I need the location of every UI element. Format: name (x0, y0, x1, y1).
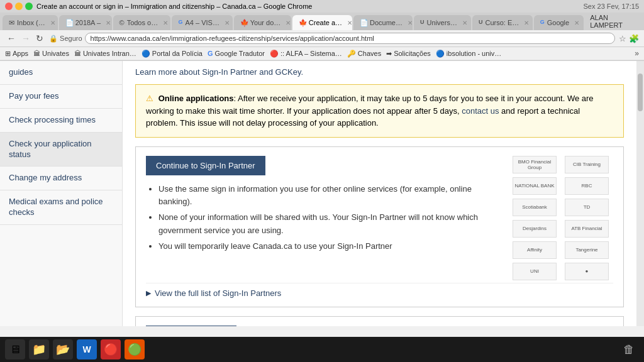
sidebar-item-guides-label: guides (9, 67, 33, 77)
tab-label-univers: Univers… (427, 19, 457, 26)
title-bar: Create an account or sign in – Immigrati… (0, 0, 644, 13)
tab-close-yourdo[interactable]: ✕ (286, 19, 291, 26)
extension-icon[interactable]: 🧩 (629, 34, 639, 43)
logo-rbc: RBC (565, 177, 609, 195)
bookmark-ibsolution[interactable]: 🔵 ibsolution - univ… (436, 50, 501, 58)
apps-icon: ⊞ (5, 50, 11, 58)
bookmark-google-tradutor[interactable]: G Google Tradutor (208, 50, 265, 57)
bookmark-solicitacoes-label: Solicitações (394, 50, 431, 57)
tab-2018a[interactable]: 📄 2018A – ✕ (59, 15, 112, 30)
sidebar-item-processing-times[interactable]: Check processing times (0, 109, 122, 133)
gckey-button[interactable]: Continue to GCKey (146, 326, 236, 327)
alert-bold-text: Online applications (158, 94, 234, 103)
tab-a4[interactable]: G A4 – VIS… ✕ (172, 15, 232, 30)
tab-favicon-2018a: 📄 (65, 19, 73, 26)
tab-create[interactable]: 🍁 Create a… ✕ (292, 15, 352, 30)
logo-desjardins: Desjardins (513, 220, 557, 238)
alfa-icon: 🔴 (270, 50, 279, 58)
tab-curso[interactable]: U Curso: E… ✕ (472, 15, 533, 30)
sidebar-item-pay-fees[interactable]: Pay your fees (0, 85, 122, 109)
tab-close-doc[interactable]: ✕ (408, 19, 413, 26)
tab-todos[interactable]: © Todos o… ✕ (113, 15, 171, 30)
bookmark-solicitacoes[interactable]: ➡ Solicitações (386, 50, 431, 58)
bookmark-google-tradutor-label: Google Tradutor (215, 50, 265, 57)
bookmark-univates[interactable]: 🏛 Univates (33, 50, 69, 57)
univates-intran-icon: 🏛 (74, 50, 81, 57)
logo-national-bank: NATIONAL BANK (513, 177, 557, 195)
logo-scotiabank: Scotiabank (513, 199, 557, 216)
minimize-button[interactable] (15, 3, 23, 10)
learn-more-link[interactable]: Learn more about Sign-In Partner and GCK… (135, 67, 624, 77)
main-content: Learn more about Sign-In Partner and GCK… (123, 61, 636, 326)
tab-close-todos[interactable]: ✕ (163, 19, 168, 26)
tab-close-google[interactable]: ✕ (574, 19, 579, 26)
address-input[interactable] (85, 33, 615, 44)
logo-bmo: BMO Financial Group (513, 156, 557, 173)
tab-close-create[interactable]: ✕ (347, 19, 352, 26)
sidebar-item-medical-exams[interactable]: Medical exams and police checks (0, 190, 122, 225)
tab-close-inbox[interactable]: ✕ (50, 19, 55, 26)
bookmark-chaves-label: Chaves (358, 50, 381, 57)
partners-link-label: View the full list of Sign-In Partners (155, 288, 281, 298)
tab-label-google: Google (547, 19, 569, 26)
signin-partner-list: Use the same sign in information you use… (146, 183, 502, 253)
sidebar-item-application-status[interactable]: Check your application status (0, 133, 122, 167)
refresh-button[interactable]: ↻ (34, 33, 45, 43)
bookmark-alfa[interactable]: 🔴 :: ALFA – Sistema… (270, 50, 342, 58)
tab-doc[interactable]: 📄 Docume… ✕ (353, 15, 413, 30)
bookmark-chaves[interactable]: 🔑 Chaves (347, 50, 381, 58)
bookmark-univates-intran-label: Univates Intran… (83, 50, 136, 57)
scrollbar-thumb[interactable] (638, 74, 643, 111)
chaves-icon: 🔑 (347, 50, 356, 58)
sidebar-item-guides[interactable]: guides (0, 61, 122, 85)
tab-close-a4[interactable]: ✕ (225, 19, 230, 26)
forward-button[interactable]: → (19, 33, 32, 43)
tab-favicon-inbox: ✉ (9, 19, 14, 26)
signin-partner-inner: Continue to Sign-In Partner Use the same… (146, 156, 613, 280)
google-tradutor-icon: G (208, 50, 213, 57)
signin-partner-button[interactable]: Continue to Sign-In Partner (146, 156, 265, 175)
tab-label-curso: Curso: E… (485, 19, 519, 26)
ibsolution-icon: 🔵 (436, 50, 445, 58)
bookmark-portal-policia[interactable]: 🔵 Portal da Polícia (142, 50, 203, 58)
logo-tangerine: Tangerine (565, 241, 609, 259)
more-bookmarks-button[interactable]: » (635, 49, 639, 58)
tab-favicon-create: 🍁 (299, 19, 306, 26)
tab-favicon-curso: U (479, 19, 483, 26)
logo-uni: UNI (513, 263, 557, 280)
tab-favicon-univers: U (420, 19, 425, 26)
tab-google[interactable]: G Google ✕ (534, 15, 584, 30)
tab-inbox[interactable]: ✉ Inbox (… ✕ (3, 15, 58, 30)
window-title: Create an account or sign in – Immigrati… (36, 3, 312, 10)
sidebar-item-change-address[interactable]: Change my address (0, 167, 122, 190)
bookmark-apps[interactable]: ⊞ Apps (5, 50, 28, 58)
univates-icon: 🏛 (33, 50, 40, 57)
close-button[interactable] (5, 3, 13, 10)
bookmark-star-icon[interactable]: ☆ (619, 34, 626, 43)
nav-buttons[interactable]: ← → ↻ (5, 33, 45, 43)
tab-close-curso[interactable]: ✕ (524, 19, 529, 26)
bookmarks-bar: ⊞ Apps 🏛 Univates 🏛 Univates Intran… 🔵 P… (0, 47, 644, 60)
logo-td: TD (565, 199, 609, 216)
chevron-right-icon: ▶ (146, 289, 151, 297)
maximize-button[interactable] (25, 3, 33, 10)
tab-close-univers[interactable]: ✕ (462, 19, 467, 26)
tab-close-2018a[interactable]: ✕ (106, 19, 111, 26)
view-partners-link[interactable]: ▶ View the full list of Sign-In Partners (146, 283, 613, 298)
tab-label-doc: Docume… (370, 19, 402, 26)
tab-yourdo[interactable]: 🍁 Your do… ✕ (234, 15, 291, 30)
tab-label-2018a: 2018A – (75, 19, 101, 26)
bookmark-univates-intran[interactable]: 🏛 Univates Intran… (74, 50, 136, 57)
address-bar: ← → ↻ 🔒 Seguro ☆ 🧩 (0, 30, 644, 47)
tab-univers[interactable]: U Univers… ✕ (414, 15, 471, 30)
alert-contact-link[interactable]: contact us (462, 106, 499, 116)
datetime: Sex 23 Fev, 17:15 (584, 3, 639, 10)
back-button[interactable]: ← (5, 33, 18, 43)
tab-label-inbox: Inbox (… (17, 19, 45, 26)
scrollbar[interactable] (636, 61, 644, 326)
alert-icon: ⚠ (146, 94, 153, 103)
alert-box: ⚠ Online applications: After we receive … (135, 84, 624, 138)
window-controls[interactable] (5, 3, 33, 10)
logo-other: ● (565, 263, 609, 280)
signin-partner-point-1: Use the same sign in information you use… (158, 183, 502, 209)
